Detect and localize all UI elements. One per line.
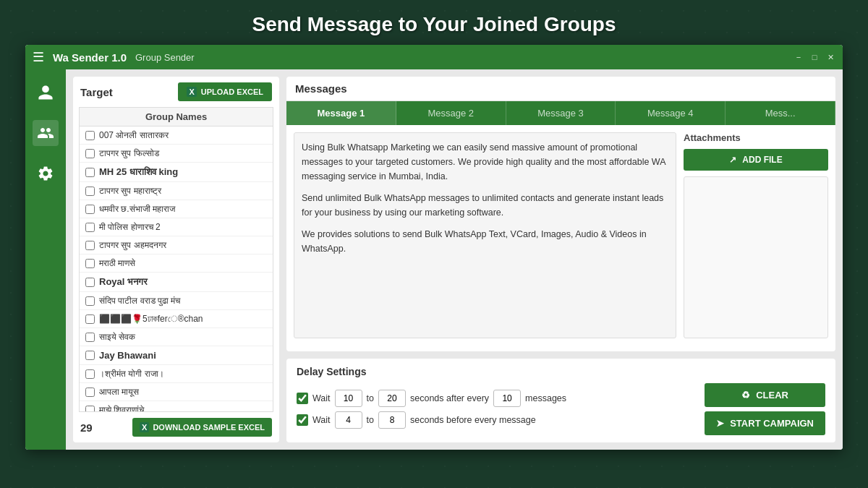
hamburger-icon[interactable]: ☰ xyxy=(33,49,44,65)
group-list-item[interactable]: संदिप पाटील वराड पुढा मंच xyxy=(80,292,273,310)
delay-row2-checkbox[interactable] xyxy=(297,414,308,426)
delay-row1-val1[interactable] xyxy=(335,390,362,407)
delay-left: Wait to seconds after every messages xyxy=(297,390,705,429)
group-checkbox[interactable] xyxy=(85,131,95,140)
app-subtitle: Group Sender xyxy=(135,52,195,63)
close-button[interactable]: ✕ xyxy=(825,52,835,62)
download-sample-button[interactable]: X DOWNLOAD SAMPLE EXCEL xyxy=(132,418,272,437)
start-campaign-button[interactable]: ➤ START CAMPAIGN xyxy=(705,411,825,435)
group-name-label: संदिप पाटील वराड पुढा मंच xyxy=(99,296,180,306)
main-content: Target X UPLOAD EXCEL Group Names 007 ओन… xyxy=(66,69,843,450)
group-list-item[interactable]: माझे शिवराणांचे xyxy=(80,401,273,412)
delay-row1-label1: Wait xyxy=(312,393,331,403)
group-list-container[interactable]: Group Names 007 ओनली सातारकरटापगर सुप फि… xyxy=(79,107,273,412)
group-checkbox[interactable] xyxy=(85,223,95,232)
delay-row1-checkbox[interactable] xyxy=(297,393,308,404)
delay-row1-label2: to xyxy=(367,393,374,403)
group-checkbox[interactable] xyxy=(85,406,95,413)
group-name-label: टापगर सुप फिल्सोड xyxy=(99,148,159,158)
group-checkbox[interactable] xyxy=(85,149,95,158)
group-list-item[interactable]: साइये सेवक xyxy=(80,328,273,346)
clear-label: CLEAR xyxy=(756,390,788,401)
group-list-item[interactable]: ⬛⬛⬛🌹5ঢাকferে®chan xyxy=(80,310,273,328)
tab-message-1[interactable]: Message 1 xyxy=(286,101,396,125)
delay-actions: ♻ CLEAR ➤ START CAMPAIGN xyxy=(705,383,825,435)
left-panel-header: Target X UPLOAD EXCEL xyxy=(73,77,279,107)
group-list-item[interactable]: मी पोलिस होणारच 2 xyxy=(80,218,273,236)
sidebar-person-icon[interactable] xyxy=(33,80,59,106)
tab-message-5[interactable]: Mess... xyxy=(726,101,835,125)
messages-header: Messages xyxy=(286,77,835,101)
add-file-button[interactable]: ↗ ADD FILE xyxy=(684,149,828,171)
group-checkbox[interactable] xyxy=(85,351,95,360)
group-list-item[interactable]: आपला मायूस xyxy=(80,383,273,401)
group-checkbox[interactable] xyxy=(85,168,95,177)
attachments-area xyxy=(684,176,828,338)
group-name-label: 007 ओनली सातारकर xyxy=(99,130,169,140)
delay-row1-label3: seconds after every xyxy=(410,393,489,403)
group-list-item[interactable]: ।श्रीमंत योगी राजा। xyxy=(80,365,273,383)
delay-rows: Wait to seconds after every messages xyxy=(297,390,705,429)
group-list-item[interactable]: MH 25 धाराशिव king xyxy=(80,163,273,182)
delay-row1-val2[interactable] xyxy=(378,390,406,407)
sidebar-settings-icon[interactable] xyxy=(33,160,59,187)
start-label: START CAMPAIGN xyxy=(730,418,814,429)
group-list-item[interactable]: टापगर सुप फिल्सोड xyxy=(80,145,273,163)
group-name-label: MH 25 धाराशिव king xyxy=(99,166,178,178)
group-name-label: Royal भनगर xyxy=(99,276,148,288)
group-checkbox[interactable] xyxy=(85,278,95,287)
tab-message-4[interactable]: Message 4 xyxy=(616,101,726,125)
group-list-item[interactable]: धमवीर छ.संभाजी महाराज xyxy=(80,200,273,218)
group-list-item[interactable]: मराठी माणसे xyxy=(80,254,273,273)
delay-panel-inner: Wait to seconds after every messages xyxy=(297,383,825,435)
message-text-area[interactable]: Using Bulk Whatsapp Marketing we can eas… xyxy=(294,132,676,338)
app-window: ☰ Wa Sender 1.0 Group Sender − □ ✕ xyxy=(25,45,843,450)
group-checkbox[interactable] xyxy=(85,388,95,397)
minimize-button[interactable]: − xyxy=(793,52,804,62)
delay-row2-val1[interactable] xyxy=(335,411,362,429)
sidebar-group-icon[interactable] xyxy=(33,120,59,146)
group-checkbox[interactable] xyxy=(85,369,95,379)
group-checkbox[interactable] xyxy=(85,205,95,214)
group-checkbox[interactable] xyxy=(85,241,95,250)
group-checkbox[interactable] xyxy=(85,296,95,306)
group-checkbox[interactable] xyxy=(85,259,95,268)
app-body: Target X UPLOAD EXCEL Group Names 007 ओन… xyxy=(25,69,843,450)
page-title: Send Message to Your Joined Groups xyxy=(0,0,868,45)
group-name-label: मराठी माणसे xyxy=(99,258,135,268)
delay-row2-label3: seconds before every message xyxy=(410,415,536,425)
upload-excel-button[interactable]: X UPLOAD EXCEL xyxy=(178,82,272,101)
delay-row2-val2[interactable] xyxy=(378,411,406,429)
left-panel: Target X UPLOAD EXCEL Group Names 007 ओन… xyxy=(73,77,279,442)
tab-message-2[interactable]: Message 2 xyxy=(396,101,506,125)
messages-tabs: Message 1 Message 2 Message 3 Message 4 … xyxy=(286,101,835,125)
group-name-label: माझे शिवराणांचे xyxy=(99,405,144,412)
messages-panel: Messages Message 1 Message 2 Message 3 M… xyxy=(286,77,835,351)
group-name-label: Jay Bhawani xyxy=(99,350,156,361)
group-checkbox[interactable] xyxy=(85,187,95,196)
group-list-item[interactable]: Jay Bhawani xyxy=(80,346,273,365)
clear-button[interactable]: ♻ CLEAR xyxy=(705,383,825,407)
left-panel-footer: 29 X DOWNLOAD SAMPLE EXCEL xyxy=(73,412,279,442)
maximize-button[interactable]: □ xyxy=(809,52,820,62)
message-para-3: We provides solutions to send Bulk Whats… xyxy=(302,227,668,256)
group-list-item[interactable]: Royal भनगर xyxy=(80,273,273,292)
delay-panel: Delay Settings Wait to seconds af xyxy=(286,359,835,442)
group-name-label: ⬛⬛⬛🌹5ঢাকferে®chan xyxy=(99,314,203,324)
group-list-item[interactable]: टापगर सुप महाराष्ट्र xyxy=(80,182,273,200)
group-checkbox[interactable] xyxy=(85,314,95,324)
group-list-item[interactable]: टापगर सुप अहमदनगर xyxy=(80,236,273,254)
app-title: Wa Sender 1.0 xyxy=(53,51,127,64)
group-list-item[interactable]: 007 ओनली सातारकर xyxy=(80,127,273,145)
group-checkbox[interactable] xyxy=(85,333,95,342)
group-list: 007 ओनली सातारकरटापगर सुप फिल्सोडMH 25 ध… xyxy=(80,127,273,412)
tab-message-3[interactable]: Message 3 xyxy=(506,101,616,125)
add-file-icon: ↗ xyxy=(729,155,736,165)
group-name-label: ।श्रीमंत योगी राजा। xyxy=(99,369,164,379)
title-bar-controls: − □ ✕ xyxy=(793,52,835,62)
delay-title: Delay Settings xyxy=(297,366,825,377)
group-name-label: आपला मायूस xyxy=(99,387,139,397)
group-name-label: टापगर सुप अहमदनगर xyxy=(99,240,166,250)
delay-row1-val3[interactable] xyxy=(493,390,521,407)
sidebar xyxy=(25,69,66,450)
